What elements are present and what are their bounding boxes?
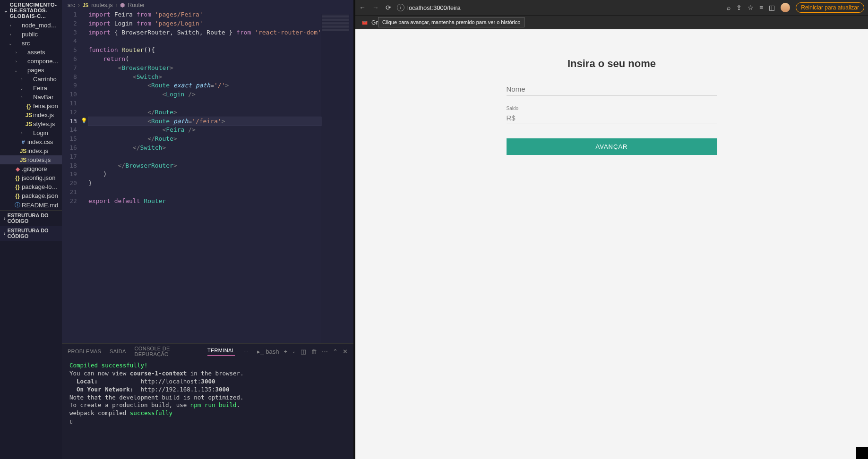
tree-item[interactable]: JSstyles.js [0, 119, 62, 128]
back-icon[interactable]: ← [359, 4, 366, 11]
info-icon[interactable]: i [397, 4, 404, 11]
tree-item-label: Feira [33, 85, 60, 92]
project-name: GERENCIMENTO-DE-ESTADOS-GLOBAIS-C... [10, 2, 58, 19]
tree-item[interactable]: JSroutes.js [0, 155, 62, 164]
tree-item[interactable]: ›Login [0, 128, 62, 137]
tab-terminal[interactable]: TERMINAL [207, 348, 235, 356]
tree-item-label: package-lock.json [22, 183, 60, 190]
tree-item-label: package.json [22, 192, 60, 199]
file-icon: {} [13, 175, 22, 181]
tree-item[interactable]: ⓘREADME.md [0, 200, 62, 210]
split-terminal-icon[interactable]: ◫ [301, 348, 306, 355]
url-host: localhost:3000/feira [407, 4, 461, 11]
trash-icon[interactable]: 🗑 [311, 348, 317, 355]
tree-item[interactable]: JSindex.js [0, 110, 62, 119]
tree-item-label: index.js [27, 147, 60, 154]
chevron-icon: › [19, 77, 25, 82]
tree-item[interactable]: {}package.json [0, 191, 62, 200]
chevron-down-icon: ⌄ [4, 8, 8, 13]
tree-item[interactable]: ›components [0, 57, 62, 66]
chevron-icon: › [13, 50, 19, 55]
nav-tooltip: Clique para avançar, mantenha premido pa… [378, 17, 524, 27]
tree-item-label: README.md [22, 202, 60, 209]
tree-item[interactable]: ⌄src [0, 39, 62, 48]
code-editor[interactable]: 12345678910111213141516171819202122 impo… [62, 10, 353, 343]
tree-item[interactable]: #index.css [0, 137, 62, 146]
panel-icon[interactable]: ◫ [769, 4, 775, 11]
tree-item[interactable]: ›node_modules [0, 21, 62, 30]
browser-window: ← → ⟳ i localhost:3000/feira ⌕ ⇪ ☆ ≡ ◫ R… [355, 0, 868, 459]
chevron-icon: › [19, 131, 25, 136]
forward-icon[interactable]: → [372, 4, 379, 11]
explorer-panel[interactable]: ⌄ GERENCIMENTO-DE-ESTADOS-GLOBAIS-C... ›… [0, 0, 62, 459]
tree-item-label: jsconfig.json [22, 174, 60, 181]
tab-debug-console[interactable]: CONSOLE DE DEPURAÇÃO [135, 346, 199, 357]
reading-list-icon[interactable]: ≡ [759, 4, 763, 11]
tree-item[interactable]: ›Carrinho [0, 75, 62, 84]
chevron-up-icon[interactable]: ⌃ [333, 348, 338, 355]
file-icon: # [19, 139, 27, 145]
tree-item[interactable]: {}jsconfig.json [0, 173, 62, 182]
tree-item[interactable]: JSindex.js [0, 146, 62, 155]
more-icon[interactable]: ⋯ [243, 348, 249, 355]
chevron-right-icon: › [115, 2, 117, 8]
breadcrumb-folder[interactable]: src [68, 2, 75, 8]
project-header[interactable]: ⌄ GERENCIMENTO-DE-ESTADOS-GLOBAIS-C... [0, 0, 62, 21]
breadcrumb[interactable]: src › JS routes.js › ⬢ Router [62, 0, 353, 10]
page-title: Insira o seu nome [507, 58, 717, 70]
gmail-icon[interactable] [361, 19, 369, 26]
minimap[interactable] [321, 14, 350, 343]
tree-item-label: index.js [33, 111, 60, 119]
url-bar[interactable]: i localhost:3000/feira [397, 4, 721, 11]
more-icon[interactable]: ⋯ [322, 348, 328, 355]
tree-item-label: routes.js [27, 156, 60, 163]
tree-item[interactable]: {}feira.json [0, 102, 62, 110]
search-icon[interactable]: ⌕ [727, 4, 730, 11]
chevron-icon: › [13, 59, 19, 64]
tree-item[interactable]: ◆.gitignore [0, 164, 62, 173]
tree-item[interactable]: ›public [0, 30, 62, 39]
tab-output[interactable]: SAÍDA [110, 348, 126, 354]
tree-item[interactable]: {}package-lock.json [0, 182, 62, 191]
terminal-output[interactable]: Compiled successfully!You can now view c… [62, 359, 353, 459]
tree-item-label: Carrinho [33, 76, 60, 83]
editor-area: src › JS routes.js › ⬢ Router 1234567891… [62, 0, 353, 459]
tree-item-label: Login [33, 129, 60, 136]
tab-problems[interactable]: PROBLEMAS [68, 348, 101, 354]
chevron-icon: ⌄ [19, 86, 25, 91]
chevron-down-icon[interactable]: ⌄ [292, 349, 296, 354]
balance-input[interactable] [507, 112, 717, 124]
bookmark-icon[interactable]: ☆ [748, 4, 754, 11]
outline-item[interactable]: › ESTRUTURA DO CÓDIGO [0, 226, 62, 241]
tree-item[interactable]: ⌄Feira [0, 84, 62, 93]
close-icon[interactable]: ✕ [343, 348, 348, 355]
lightbulb-icon[interactable]: 💡 [81, 117, 87, 125]
avatar[interactable] [781, 3, 790, 12]
file-icon: JS [19, 148, 27, 154]
shell-selector[interactable]: ▸_ bash [257, 348, 279, 355]
share-icon[interactable]: ⇪ [736, 4, 742, 11]
tree-item-label: pages [27, 67, 60, 74]
page-content: Insira o seu nome Saldo AVANÇAR [355, 29, 868, 459]
restart-button[interactable]: Reiniciar para atualizar [796, 2, 864, 13]
tree-item[interactable]: ⌄pages [0, 66, 62, 75]
breadcrumb-file[interactable]: routes.js [91, 2, 112, 8]
tree-item-label: feira.json [33, 102, 60, 110]
tree-item[interactable]: ›assets [0, 48, 62, 57]
reload-icon[interactable]: ⟳ [386, 4, 391, 11]
file-icon: {} [13, 193, 22, 199]
chevron-right-icon: › [4, 230, 6, 236]
browser-toolbar: ← → ⟳ i localhost:3000/feira ⌕ ⇪ ☆ ≡ ◫ R… [355, 0, 868, 15]
breadcrumb-symbol[interactable]: Router [128, 2, 145, 8]
tree-item-label: src [22, 40, 60, 47]
submit-button[interactable]: AVANÇAR [507, 138, 717, 155]
tree-item[interactable]: ›NavBar [0, 93, 62, 102]
balance-label: Saldo [507, 106, 717, 111]
corner-strip [856, 447, 868, 459]
file-icon: JS [25, 121, 33, 128]
bookmarks-bar: Gmail Clique para avançar, mantenha prem… [355, 15, 868, 29]
chevron-right-icon: › [4, 215, 6, 221]
add-terminal-icon[interactable]: + [284, 348, 287, 355]
outline-header[interactable]: › ESTRUTURA DO CÓDIGO [0, 211, 62, 226]
name-input[interactable] [507, 83, 717, 95]
